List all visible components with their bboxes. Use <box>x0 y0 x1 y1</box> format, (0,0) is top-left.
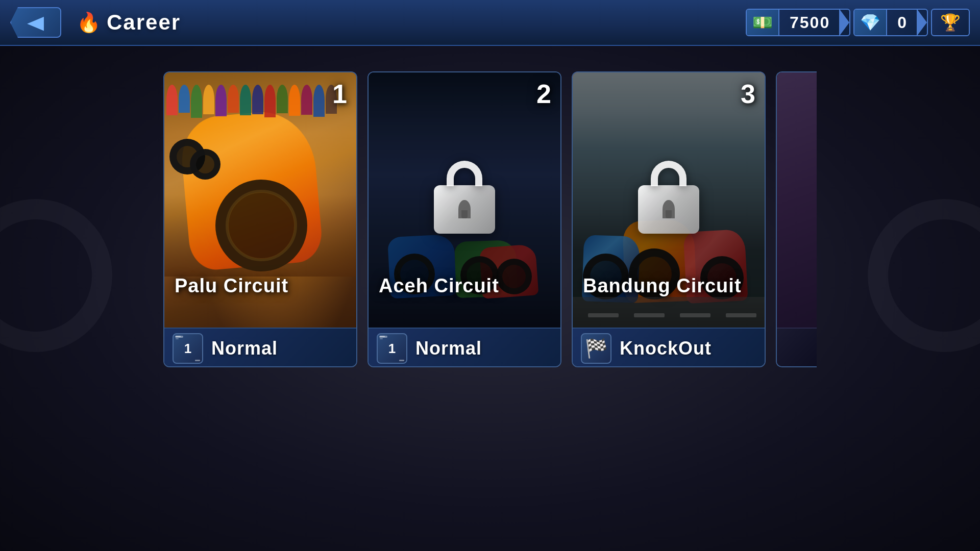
money-currency-box: 💵 7500 <box>746 9 850 36</box>
circuit-number-2: 2 <box>536 79 551 109</box>
card-partial-image <box>777 72 817 328</box>
mode-icon-palu: 1 <box>173 333 203 364</box>
lock-icon-bandung <box>633 161 704 240</box>
card-partial-footer <box>777 328 817 367</box>
mode-label-bandung: KnockOut <box>620 338 712 359</box>
money-icon: 💵 <box>752 13 773 32</box>
mode-icon-aceh: 1 <box>377 333 407 364</box>
mode-label-palu: Normal <box>211 338 278 359</box>
trophy-icon: 🏆 <box>940 13 961 32</box>
header-title: 🔥 Career <box>77 10 181 35</box>
circuit-card-palu[interactable]: 1 Palu Circuit 1 Normal <box>163 71 357 367</box>
circuit-number-3: 3 <box>741 79 755 109</box>
lock-icon-aceh <box>429 161 500 240</box>
money-icon-wrap: 💵 <box>747 9 779 36</box>
circuit-name-bandung: Bandung Circuit <box>583 275 742 297</box>
card-footer-palu: 1 Normal <box>164 328 356 367</box>
diamond-icon-wrap: 💎 <box>854 9 887 36</box>
card-image-aceh: 2 Aceh Circuit <box>369 72 560 328</box>
lock-shackle-aceh <box>447 161 482 186</box>
mode-number-aceh: 1 <box>388 341 396 357</box>
back-arrow-icon: ◀ <box>27 12 44 33</box>
mode-icon-bandung: 🏁 <box>581 333 611 364</box>
page-title: Career <box>107 10 181 35</box>
circuit-card-aceh[interactable]: 2 Aceh Circuit 1 Normal <box>368 71 561 367</box>
header-right: 💵 7500 💎 0 🏆 <box>746 9 970 36</box>
diamond-currency-box: 💎 0 <box>853 9 928 36</box>
diamond-value: 0 <box>887 13 918 32</box>
circuit-name-palu: Palu Circuit <box>175 275 288 297</box>
lock-shackle-bandung <box>651 161 687 186</box>
lock-body-bandung <box>638 185 699 234</box>
circuit-number-1: 1 <box>332 79 347 109</box>
crowd-bg-palu <box>164 72 356 277</box>
lock-keyhole-bandung <box>663 200 675 218</box>
lock-keyhole-aceh <box>458 200 471 218</box>
circuit-card-bandung[interactable]: 3 Bandung Circuit 🏁 KnockOut <box>572 71 766 367</box>
mode-label-aceh: Normal <box>415 338 482 359</box>
card-image-bandung: 3 Bandung Circuit <box>573 72 765 328</box>
card-footer-bandung: 🏁 KnockOut <box>573 328 765 367</box>
flame-icon: 🔥 <box>77 11 101 34</box>
header: ◀ 🔥 Career 💵 7500 💎 0 🏆 <box>0 0 980 46</box>
back-button[interactable]: ◀ <box>10 7 61 38</box>
separator-arrow <box>839 9 849 36</box>
flag-icon-bandung: 🏁 <box>585 338 608 359</box>
circuit-name-aceh: Aceh Circuit <box>379 275 499 297</box>
card-image-palu: 1 Palu Circuit <box>164 72 356 328</box>
mode-number-palu: 1 <box>184 341 191 357</box>
money-value: 7500 <box>779 13 840 32</box>
main-content: 1 Palu Circuit 1 Normal <box>0 46 980 551</box>
lock-body-aceh <box>434 185 495 234</box>
card-footer-aceh: 1 Normal <box>369 328 560 367</box>
separator-arrow-2 <box>917 9 927 36</box>
circuit-card-partial <box>776 71 817 367</box>
diamond-icon: 💎 <box>860 13 880 32</box>
trophy-box[interactable]: 🏆 <box>931 9 970 36</box>
